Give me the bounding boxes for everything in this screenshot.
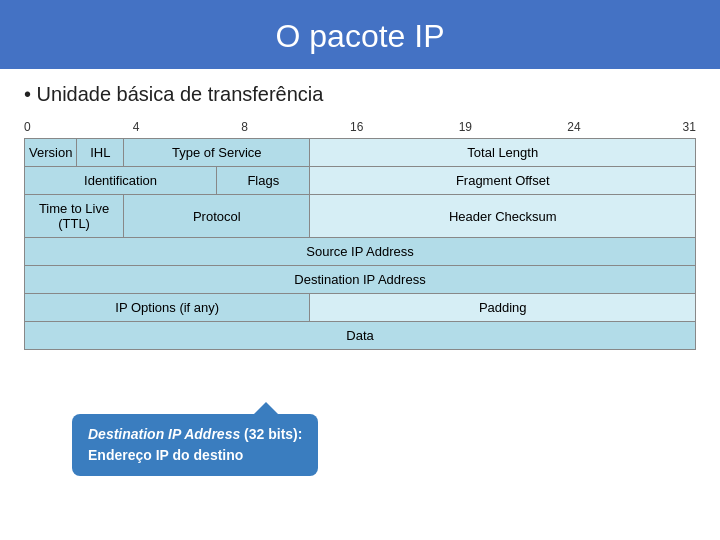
bit-label-4: 4 — [133, 120, 173, 134]
bit-label-8: 8 — [241, 120, 281, 134]
cell-header-checksum: Header Checksum — [310, 195, 696, 238]
cell-version: Version — [25, 139, 77, 167]
cell-source-ip: Source IP Address — [25, 238, 696, 266]
subtitle-text: Unidade básica de transferência — [37, 83, 324, 105]
cell-padding: Padding — [310, 294, 696, 322]
cell-ihl: IHL — [77, 139, 124, 167]
cell-flags: Flags — [217, 167, 310, 195]
table-row: Version IHL Type of Service Total Length — [25, 139, 696, 167]
subtitle-section: • Unidade básica de transferência — [0, 69, 720, 116]
bit-label-19: 19 — [459, 120, 499, 134]
cell-data: Data — [25, 322, 696, 350]
table-row: Time to Live (TTL) Protocol Header Check… — [25, 195, 696, 238]
cell-protocol: Protocol — [124, 195, 310, 238]
table-row: IP Options (if any) Padding — [25, 294, 696, 322]
cell-ip-options: IP Options (if any) — [25, 294, 310, 322]
cell-total-length: Total Length — [310, 139, 696, 167]
page-title: O pacote IP — [276, 18, 445, 54]
table-row: Identification Flags Fragment Offset — [25, 167, 696, 195]
tooltip-line1: Destination IP Address (32 bits): — [88, 426, 302, 442]
cell-fragment-offset: Fragment Offset — [310, 167, 696, 195]
cell-identification: Identification — [25, 167, 217, 195]
tooltip-overlay: Destination IP Address (32 bits): Endere… — [72, 414, 318, 476]
cell-destination-ip: Destination IP Address — [25, 266, 696, 294]
table-row: Data — [25, 322, 696, 350]
bit-label-0: 0 — [24, 120, 64, 134]
cell-ttl: Time to Live (TTL) — [25, 195, 124, 238]
cell-type-of-service: Type of Service — [124, 139, 310, 167]
packet-table: Version IHL Type of Service Total Length… — [24, 138, 696, 350]
bit-label-31: 31 — [676, 120, 696, 134]
bit-labels-row: 0 4 8 16 19 24 31 — [0, 116, 720, 134]
bit-label-16: 16 — [350, 120, 390, 134]
header: O pacote IP — [0, 0, 720, 69]
tooltip-line2: Endereço IP do destino — [88, 447, 243, 463]
table-row: Destination IP Address — [25, 266, 696, 294]
table-row: Source IP Address — [25, 238, 696, 266]
bit-label-24: 24 — [567, 120, 607, 134]
